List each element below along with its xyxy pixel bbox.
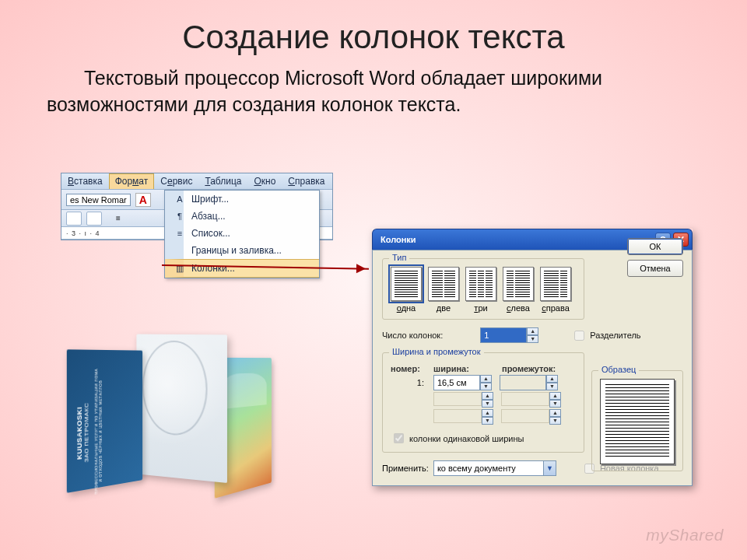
menu-item-list[interactable]: ≡Список... [165, 225, 319, 242]
font-a-icon[interactable]: A [135, 193, 151, 207]
word-menubar[interactable]: Вставка Формат Сервис Таблица Окно Справ… [61, 173, 332, 190]
equal-width-checkbox[interactable]: колонки одинаковой ширины [391, 431, 524, 446]
num-cols-input[interactable] [480, 327, 527, 343]
type-три[interactable]: три [465, 267, 496, 313]
menu-service[interactable]: Сервис [154, 173, 198, 189]
columns-dialog: Колонки ? ✕ ОК Отмена Тип однадветрислев… [372, 229, 693, 486]
spin-up-icon[interactable]: ▲ [527, 327, 538, 335]
type-две[interactable]: две [428, 267, 459, 313]
row1-width-input[interactable] [433, 375, 480, 390]
menu-item-font[interactable]: AШрифт... [165, 191, 319, 208]
row1-gap-spin[interactable]: ▲▼ [500, 375, 558, 390]
watermark: myShared [646, 526, 724, 544]
toolbar-btn[interactable] [66, 212, 82, 226]
apply-label: Применить: [382, 464, 429, 473]
toolbar-btn[interactable] [86, 212, 102, 226]
type-одна[interactable]: одна [391, 267, 422, 313]
ok-button[interactable]: ОК [627, 238, 683, 255]
paragraph-icon: ¶ [174, 212, 185, 221]
menu-table[interactable]: Таблица [198, 173, 247, 189]
type-справа[interactable]: справа [540, 267, 571, 313]
list-icon: ≡ [174, 229, 185, 238]
brochure-image: KUUSAKOSKI ЗАО ПЕТРОМАКС ПРОФЕССИОНАЛЬНЫ… [64, 327, 266, 506]
preview-page [600, 379, 675, 464]
num-cols-label: Число колонок: [382, 331, 443, 340]
separator-checkbox[interactable]: Разделитель [571, 328, 640, 343]
font-icon: A [174, 194, 185, 204]
type-слева[interactable]: слева [503, 267, 534, 313]
apply-combo[interactable]: ▼ [433, 460, 556, 476]
slide-title: Создание колонок текста [0, 0, 747, 56]
dialog-title: Колонки [381, 235, 416, 244]
slide-body: Текстовый процессор Microsoft Word облад… [47, 65, 700, 118]
chevron-down-icon[interactable]: ▼ [543, 461, 556, 475]
hdr-gap: промежуток: [502, 364, 572, 373]
menu-insert[interactable]: Вставка [61, 173, 109, 189]
menu-format[interactable]: Формат [109, 173, 155, 189]
apply-value[interactable] [434, 462, 543, 474]
preview-group: Образец [591, 370, 683, 471]
group-width-legend: Ширина и промежуток [389, 347, 484, 356]
menu-item-paragraph[interactable]: ¶Абзац... [165, 208, 319, 225]
row1-width-spin[interactable]: ▲▼ [433, 375, 492, 390]
hdr-width: ширина: [433, 364, 494, 373]
word-menu-snippet: Вставка Формат Сервис Таблица Окно Справ… [61, 173, 333, 240]
spin-down-icon[interactable]: ▼ [527, 335, 538, 343]
group-tip-legend: Тип [389, 253, 409, 262]
menu-item-borders[interactable]: Границы и заливка... [165, 242, 319, 259]
font-combo[interactable]: es New Romar [66, 194, 131, 206]
menu-help[interactable]: Справка [282, 173, 331, 189]
num-cols-spinner[interactable]: ▲▼ [480, 327, 538, 343]
hdr-num: номер: [391, 364, 426, 373]
row1-gap-input[interactable] [500, 375, 546, 390]
menu-window[interactable]: Окно [247, 173, 282, 189]
row1-num: 1: [391, 378, 426, 387]
preview-legend: Образец [598, 365, 639, 374]
cancel-button[interactable]: Отмена [627, 260, 683, 277]
